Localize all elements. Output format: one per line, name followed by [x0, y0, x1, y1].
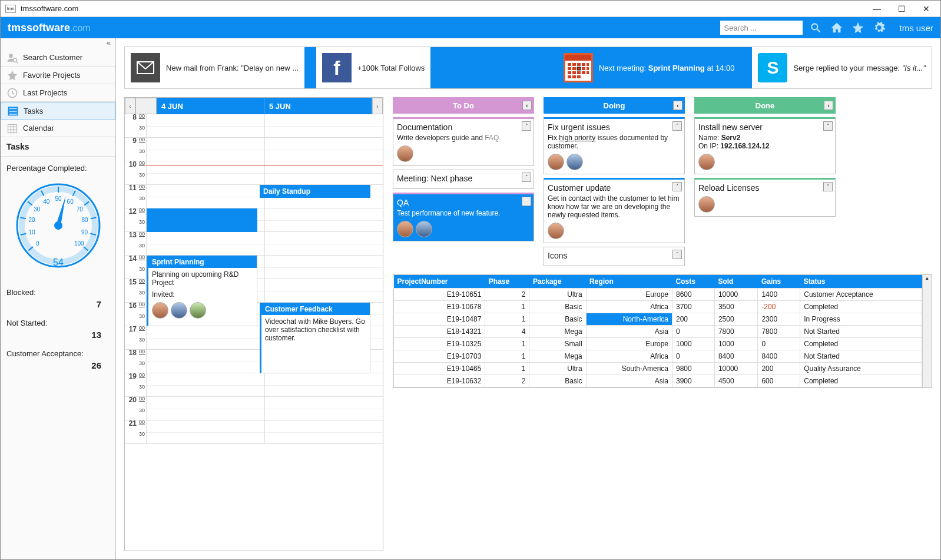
svg-rect-42 [565, 55, 591, 61]
table-header[interactable]: Phase [485, 275, 529, 289]
sidebar-heading: Tasks [1, 137, 115, 157]
table-row[interactable]: E19-106322BasicAsia39004500600Completed [394, 375, 932, 387]
table-header[interactable]: Package [529, 275, 586, 289]
svg-rect-9 [8, 124, 17, 132]
chevron-icon[interactable]: ˄ [823, 121, 833, 131]
notif-facebook[interactable]: f +100k Total Follows [316, 47, 430, 88]
sidebar-collapse[interactable]: « [1, 38, 115, 49]
notif-skype[interactable]: S Serge replied to your message: "Is it.… [752, 47, 932, 88]
notif-mail[interactable]: New mail from Frank: "Delay on new ... [125, 47, 304, 88]
table-row[interactable]: E19-103251SmallEurope100010000Completed [394, 338, 932, 350]
sidebar-item-calendar[interactable]: Calendar [1, 120, 115, 137]
kanban-card[interactable]: Meeting: Next phase˅ [393, 170, 534, 189]
chevron-icon[interactable]: ˄ [823, 182, 833, 191]
chevron-icon[interactable]: ˅ [672, 250, 682, 259]
calendar-event[interactable] [147, 208, 257, 232]
calendar-widget: ‹ 4 JUN 5 JUN › 800309003010003011003012… [124, 97, 383, 551]
chevron-left-icon[interactable]: ‹ [824, 101, 833, 110]
cal-next[interactable]: › [372, 98, 383, 114]
table-header[interactable]: Status [800, 275, 922, 289]
table-header[interactable]: Costs [672, 275, 715, 289]
svg-point-38 [53, 221, 63, 231]
chevron-icon[interactable]: ˄ [672, 121, 682, 131]
table-row[interactable]: E19-104871BasicNorth-America20025002300I… [394, 313, 932, 326]
svg-rect-51 [582, 67, 585, 70]
sidebar: « Search CustomerFavorite ProjectsLast P… [1, 38, 116, 559]
top-bar: tmssoftware.com Search ... tms user [1, 17, 940, 38]
table-row[interactable]: E19-104651UltraSouth-America980010000200… [394, 363, 932, 375]
current-user[interactable]: tms user [899, 23, 933, 33]
svg-text:80: 80 [81, 217, 88, 223]
svg-rect-44 [572, 63, 576, 66]
sidebar-item-favorite-projects[interactable]: Favorite Projects [1, 67, 115, 84]
kanban-card[interactable]: Reload Licenses˄ [694, 178, 836, 217]
home-icon[interactable] [829, 19, 845, 36]
svg-rect-60 [577, 75, 581, 78]
svg-text:70: 70 [76, 206, 83, 213]
calendar-grid[interactable]: 8003090030100030110030120030130030140030… [125, 114, 383, 551]
svg-point-0 [812, 24, 818, 29]
svg-rect-8 [9, 113, 18, 115]
svg-rect-48 [568, 67, 571, 70]
sidebar-item-label: Last Projects [23, 88, 67, 97]
window-maximize[interactable]: ☐ [894, 4, 909, 14]
chevron-left-icon[interactable]: ‹ [673, 101, 682, 110]
kanban-card[interactable]: Install new server˄Name: Serv2On IP: 192… [694, 117, 836, 174]
sidebar-item-search-customer[interactable]: Search Customer [1, 49, 115, 67]
table-row[interactable]: E19-106512UltraEurope8600100001400Custom… [394, 289, 932, 301]
search-input[interactable]: Search ... [720, 21, 803, 35]
table-header[interactable]: ProjectNumber [394, 275, 485, 289]
table-header[interactable]: Gains [758, 275, 800, 289]
search-icon[interactable] [807, 19, 824, 36]
chevron-icon[interactable]: ˄ [522, 121, 531, 131]
chevron-icon[interactable]: ˄ [522, 197, 531, 206]
chevron-icon[interactable]: ˄ [672, 182, 682, 191]
kanban-todo-header[interactable]: To Do‹ [393, 97, 534, 114]
svg-text:90: 90 [81, 229, 88, 236]
kanban-done-header[interactable]: Done‹ [694, 97, 836, 114]
sidebar-item-label: Tasks [24, 107, 43, 115]
kanban-card[interactable]: Fix urgent issues˄Fix high priority issu… [544, 117, 685, 174]
calendar-event[interactable]: Customer FeedbackVideochat with Mike Buy… [260, 303, 370, 373]
calendar-event[interactable]: Sprint PlanningPlanning on upcoming R&D … [147, 256, 257, 326]
kanban-card[interactable]: QA˄Test performance of new feature. [393, 193, 534, 241]
table-scrollbar[interactable]: ▴ [922, 275, 932, 387]
kanban-todo: To Do‹ Documentation˄Write developers gu… [393, 97, 534, 266]
cal-prev[interactable]: ‹ [125, 98, 135, 114]
table-row[interactable]: E18-143214MegaAsia078007800Not Started [394, 326, 932, 338]
calendar-event[interactable]: Daily Standup [260, 185, 370, 198]
table-header[interactable]: Region [586, 275, 672, 289]
window-close[interactable]: ✕ [919, 4, 933, 14]
notification-bar: New mail from Frank: "Delay on new ... f… [124, 47, 932, 89]
sidebar-item-last-projects[interactable]: Last Projects [1, 84, 115, 102]
window-minimize[interactable]: — [870, 4, 884, 14]
cal-day-1[interactable]: 5 JUN [264, 98, 372, 114]
svg-text:0: 0 [35, 240, 39, 247]
kanban-card[interactable]: Documentation˄Write developers guide and… [393, 117, 534, 166]
chevron-icon[interactable]: ˅ [522, 173, 531, 182]
app-favicon: tms [5, 5, 16, 13]
svg-text:50: 50 [55, 195, 62, 202]
table-row[interactable]: E19-106781BasicAfrica37003500-200Complet… [394, 301, 932, 313]
kanban-card[interactable]: Icons˅ [544, 247, 685, 266]
gear-icon[interactable] [871, 19, 887, 36]
table-row[interactable]: E19-107031MegaAfrica084008400Not Started [394, 350, 932, 363]
star-icon[interactable] [850, 19, 866, 36]
kanban-card[interactable]: Customer update˄Get in contact with the … [544, 178, 685, 243]
kanban-doing-header[interactable]: Doing‹ [544, 97, 685, 114]
sidebar-item-label: Favorite Projects [23, 71, 81, 79]
svg-rect-7 [9, 110, 18, 112]
svg-text:100: 100 [74, 240, 84, 247]
notif-meeting[interactable]: Next meeting: Sprint Planning at 14:00 [558, 47, 741, 88]
svg-rect-49 [572, 67, 576, 70]
svg-point-2 [9, 54, 13, 58]
sidebar-icon [6, 122, 18, 134]
cal-day-0[interactable]: 4 JUN [157, 98, 264, 114]
sidebar-item-tasks[interactable]: Tasks [1, 102, 115, 120]
project-table[interactable]: ProjectNumberPhasePackageRegionCostsSold… [393, 274, 932, 388]
svg-rect-53 [568, 71, 571, 74]
table-header[interactable]: Sold [714, 275, 758, 289]
window-title: tmssoftware.com [21, 4, 78, 13]
svg-text:30: 30 [34, 206, 41, 213]
chevron-left-icon[interactable]: ‹ [522, 101, 532, 110]
